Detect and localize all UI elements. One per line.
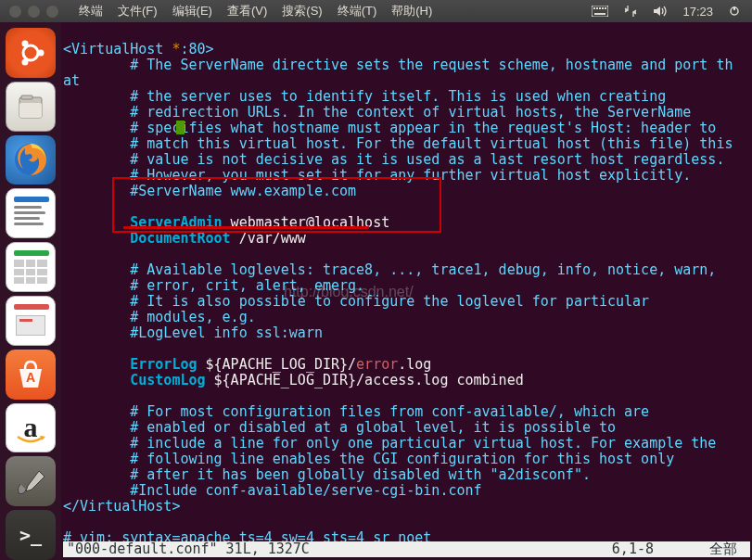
comment-line: # match this virtual host. For the defau… — [63, 135, 733, 152]
calc-icon[interactable] — [6, 242, 56, 292]
unity-launcher: A a >_ — [0, 22, 61, 560]
vim-statusbar: "000-default.conf" 31L, 1327C 6,1-8 全部 — [63, 541, 750, 557]
menu-view[interactable]: 查看(V) — [220, 3, 274, 19]
comment-line: #ServerName www.example.com — [63, 183, 356, 199]
sound-indicator-icon[interactable] — [645, 5, 675, 18]
comment-line: # the server uses to identify itself. Th… — [63, 88, 666, 105]
menu-edit[interactable]: 编辑(E) — [165, 3, 220, 19]
documentroot-value: /var/www — [231, 230, 306, 247]
svg-rect-1 — [593, 7, 595, 9]
minimize-window-button[interactable] — [28, 6, 40, 18]
app-menu: 终端 文件(F) 编辑(E) 查看(V) 搜索(S) 终端(T) 帮助(H) — [71, 3, 440, 19]
svg-rect-6 — [594, 13, 605, 15]
dash-icon[interactable] — [6, 28, 56, 78]
serveradmin-value: webmaster@localhost — [223, 214, 390, 231]
files-icon[interactable] — [6, 82, 56, 132]
svg-rect-5 — [605, 7, 606, 9]
serveradmin-directive: ServerAdmin — [130, 214, 222, 231]
close-window-button[interactable] — [9, 6, 21, 18]
comment-line: # following line enables the CGI configu… — [63, 451, 674, 467]
menu-file[interactable]: 文件(F) — [110, 3, 165, 19]
customlog-directive: CustomLog — [130, 372, 205, 388]
svg-rect-0 — [592, 6, 608, 17]
impress-icon[interactable] — [6, 296, 56, 346]
customlog-value: ${APACHE_LOG_DIR}/access.log combined — [206, 372, 524, 388]
comment-line: # It is also possible to configure the l… — [63, 293, 649, 310]
svg-rect-14 — [21, 95, 32, 99]
comment-line: # specifies what hostname must appear in… — [63, 120, 716, 136]
session-indicator-icon[interactable] — [720, 5, 748, 18]
menu-search[interactable]: 搜索(S) — [274, 3, 329, 19]
maximize-window-button[interactable] — [46, 6, 58, 18]
top-panel: 终端 文件(F) 编辑(E) 查看(V) 搜索(S) 终端(T) 帮助(H) 1… — [0, 0, 752, 22]
svg-rect-8 — [733, 6, 735, 10]
terminal-icon[interactable]: >_ — [6, 510, 56, 560]
status-position: 6,1-8 — [612, 541, 654, 557]
keyboard-indicator-icon[interactable] — [584, 6, 616, 17]
comment-line: at — [63, 72, 80, 89]
comment-line: # redirection URLs. In the context of vi… — [63, 104, 691, 121]
terminal-viewport[interactable]: <VirtualHost *:80> # The ServerName dire… — [61, 22, 752, 560]
comment-line: # error, crit, alert, emerg. — [63, 277, 364, 294]
comment-line: # The ServerName directive sets the requ… — [63, 57, 733, 73]
close-angle: > — [206, 41, 214, 57]
vhost-open-tag: <VirtualHost — [63, 41, 172, 57]
vim-cursor — [176, 121, 185, 134]
svg-point-12 — [22, 58, 29, 65]
app-name: 终端 — [71, 3, 110, 19]
software-center-icon[interactable]: A — [6, 350, 56, 400]
comment-line: # For most configuration files from conf… — [63, 403, 649, 420]
errorlog-directive: ErrorLog — [130, 356, 197, 373]
comment-line: #Include conf-available/serve-cgi-bin.co… — [63, 482, 482, 499]
network-indicator-icon[interactable] — [616, 5, 645, 18]
comment-line: # modules, e.g. — [63, 309, 256, 325]
clock[interactable]: 17:23 — [675, 5, 720, 19]
comment-line: # However, you must set it for any furth… — [63, 167, 691, 184]
comment-line: #LogLevel info ssl:warn — [63, 325, 323, 341]
menu-terminal[interactable]: 终端(T) — [330, 3, 385, 19]
writer-icon[interactable] — [6, 188, 56, 238]
svg-rect-15 — [19, 103, 42, 118]
comment-line: # Available loglevels: trace8, ..., trac… — [63, 261, 716, 278]
status-filename: "000-default.conf" 31L, 1327C — [67, 541, 310, 557]
svg-point-11 — [22, 40, 29, 46]
vhost-close-tag: </VirtualHost> — [63, 498, 180, 515]
documentroot-directive: DocumentRoot — [130, 230, 230, 247]
svg-rect-2 — [596, 7, 598, 9]
errorlog-post: .log — [398, 356, 431, 373]
comment-line: # enabled or disabled at a global level,… — [63, 419, 616, 436]
terminal-glyph: >_ — [19, 524, 42, 546]
menu-help[interactable]: 帮助(H) — [384, 3, 440, 19]
firefox-icon[interactable] — [6, 135, 56, 185]
comment-line: # after it has been globally disabled wi… — [63, 466, 591, 483]
comment-line: # value is not decisive as it is used as… — [63, 151, 724, 168]
svg-rect-3 — [599, 7, 601, 9]
window-controls — [4, 6, 64, 18]
svg-point-9 — [23, 45, 38, 60]
vhost-port: :80 — [180, 41, 205, 57]
svg-text:A: A — [26, 370, 35, 385]
errorlog-pre: ${APACHE_LOG_DIR}/ — [198, 356, 357, 373]
errorlog-error: error — [356, 356, 398, 373]
amazon-icon[interactable]: a — [6, 403, 56, 453]
system-settings-icon[interactable] — [6, 456, 56, 506]
svg-point-10 — [38, 49, 45, 56]
svg-rect-4 — [602, 7, 604, 9]
status-percent: 全部 — [709, 541, 737, 557]
comment-line: # include a line for only one particular… — [63, 435, 716, 452]
